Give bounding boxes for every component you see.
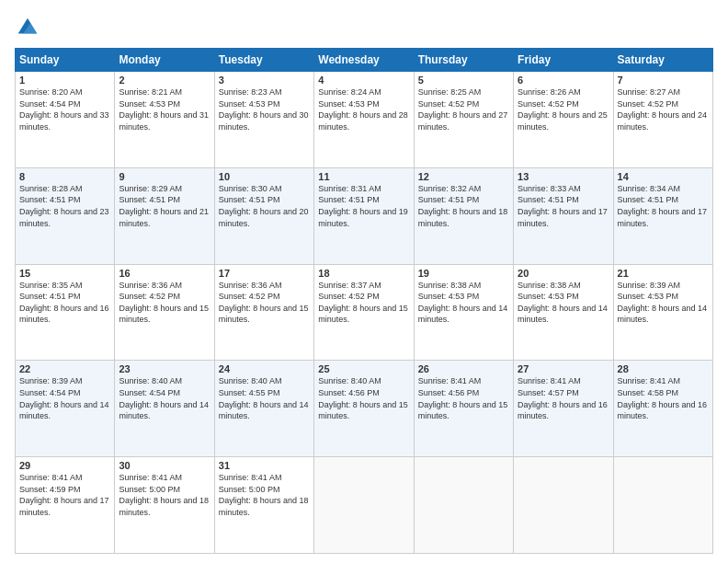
- calendar-cell: 8Sunrise: 8:28 AMSunset: 4:51 PMDaylight…: [16, 167, 115, 264]
- day-info: Sunrise: 8:41 AMSunset: 4:58 PMDaylight:…: [618, 375, 709, 421]
- day-info: Sunrise: 8:30 AMSunset: 4:51 PMDaylight:…: [219, 183, 310, 229]
- day-info: Sunrise: 8:33 AMSunset: 4:51 PMDaylight:…: [518, 183, 609, 229]
- day-number: 10: [219, 171, 310, 182]
- day-info: Sunrise: 8:23 AMSunset: 4:53 PMDaylight:…: [219, 86, 310, 132]
- day-info: Sunrise: 8:34 AMSunset: 4:51 PMDaylight:…: [618, 183, 709, 229]
- calendar-cell: [514, 457, 613, 554]
- day-number: 1: [19, 75, 110, 86]
- calendar-cell: 15Sunrise: 8:35 AMSunset: 4:51 PMDayligh…: [16, 264, 115, 361]
- day-info: Sunrise: 8:36 AMSunset: 4:52 PMDaylight:…: [119, 280, 210, 326]
- calendar-cell: 11Sunrise: 8:31 AMSunset: 4:51 PMDayligh…: [314, 167, 414, 264]
- day-info: Sunrise: 8:41 AMSunset: 4:59 PMDaylight:…: [19, 472, 110, 518]
- day-info: Sunrise: 8:41 AMSunset: 5:00 PMDaylight:…: [119, 472, 210, 518]
- calendar-cell: 1Sunrise: 8:20 AMSunset: 4:54 PMDaylight…: [16, 72, 115, 168]
- day-info: Sunrise: 8:25 AMSunset: 4:52 PMDaylight:…: [418, 86, 509, 132]
- calendar-week-3: 15Sunrise: 8:35 AMSunset: 4:51 PMDayligh…: [16, 264, 713, 361]
- calendar-cell: 6Sunrise: 8:26 AMSunset: 4:52 PMDaylight…: [514, 72, 613, 168]
- day-number: 22: [19, 363, 110, 374]
- calendar-cell: 16Sunrise: 8:36 AMSunset: 4:52 PMDayligh…: [115, 264, 214, 361]
- day-number: 19: [418, 268, 509, 279]
- day-info: Sunrise: 8:41 AMSunset: 5:00 PMDaylight:…: [219, 472, 310, 518]
- day-number: 2: [119, 75, 210, 86]
- day-number: 27: [518, 363, 609, 374]
- calendar-cell: 20Sunrise: 8:38 AMSunset: 4:53 PMDayligh…: [514, 264, 613, 361]
- day-info: Sunrise: 8:29 AMSunset: 4:51 PMDaylight:…: [119, 183, 210, 229]
- calendar-cell: 12Sunrise: 8:32 AMSunset: 4:51 PMDayligh…: [414, 167, 513, 264]
- logo: [15, 15, 44, 40]
- day-number: 28: [618, 363, 709, 374]
- calendar-cell: 7Sunrise: 8:27 AMSunset: 4:52 PMDaylight…: [613, 72, 712, 168]
- day-number: 12: [418, 171, 509, 182]
- day-number: 3: [219, 75, 310, 86]
- day-number: 21: [618, 268, 709, 279]
- day-number: 25: [318, 363, 409, 374]
- day-info: Sunrise: 8:40 AMSunset: 4:54 PMDaylight:…: [119, 375, 210, 421]
- calendar-cell: 28Sunrise: 8:41 AMSunset: 4:58 PMDayligh…: [613, 361, 712, 457]
- day-number: 29: [19, 460, 110, 471]
- day-info: Sunrise: 8:40 AMSunset: 4:55 PMDaylight:…: [219, 375, 310, 421]
- calendar-cell: 3Sunrise: 8:23 AMSunset: 4:53 PMDaylight…: [214, 72, 313, 168]
- weekday-header-tuesday: Tuesday: [214, 49, 313, 72]
- calendar-week-1: 1Sunrise: 8:20 AMSunset: 4:54 PMDaylight…: [16, 72, 713, 168]
- calendar-cell: 17Sunrise: 8:36 AMSunset: 4:52 PMDayligh…: [214, 264, 313, 361]
- day-info: Sunrise: 8:41 AMSunset: 4:56 PMDaylight:…: [418, 375, 509, 421]
- calendar-cell: 5Sunrise: 8:25 AMSunset: 4:52 PMDaylight…: [414, 72, 513, 168]
- weekday-header-saturday: Saturday: [613, 49, 712, 72]
- calendar-cell: [613, 457, 712, 554]
- weekday-header-row: SundayMondayTuesdayWednesdayThursdayFrid…: [16, 49, 713, 72]
- day-info: Sunrise: 8:24 AMSunset: 4:53 PMDaylight:…: [318, 86, 409, 132]
- calendar-cell: 23Sunrise: 8:40 AMSunset: 4:54 PMDayligh…: [115, 361, 214, 457]
- day-number: 31: [219, 460, 310, 471]
- calendar-cell: 25Sunrise: 8:40 AMSunset: 4:56 PMDayligh…: [314, 361, 414, 457]
- weekday-header-wednesday: Wednesday: [314, 49, 414, 72]
- day-info: Sunrise: 8:27 AMSunset: 4:52 PMDaylight:…: [618, 86, 709, 132]
- day-info: Sunrise: 8:26 AMSunset: 4:52 PMDaylight:…: [518, 86, 609, 132]
- day-number: 4: [318, 75, 409, 86]
- calendar-cell: 27Sunrise: 8:41 AMSunset: 4:57 PMDayligh…: [514, 361, 613, 457]
- day-number: 17: [219, 268, 310, 279]
- day-info: Sunrise: 8:35 AMSunset: 4:51 PMDaylight:…: [19, 280, 110, 326]
- calendar-cell: 19Sunrise: 8:38 AMSunset: 4:53 PMDayligh…: [414, 264, 513, 361]
- calendar-cell: 13Sunrise: 8:33 AMSunset: 4:51 PMDayligh…: [514, 167, 613, 264]
- calendar-cell: 26Sunrise: 8:41 AMSunset: 4:56 PMDayligh…: [414, 361, 513, 457]
- calendar-week-5: 29Sunrise: 8:41 AMSunset: 4:59 PMDayligh…: [16, 457, 713, 554]
- day-info: Sunrise: 8:37 AMSunset: 4:52 PMDaylight:…: [318, 280, 409, 326]
- day-number: 8: [19, 171, 110, 182]
- day-number: 11: [318, 171, 409, 182]
- weekday-header-thursday: Thursday: [414, 49, 513, 72]
- logo-icon: [15, 15, 40, 40]
- day-number: 15: [19, 268, 110, 279]
- calendar-cell: 30Sunrise: 8:41 AMSunset: 5:00 PMDayligh…: [115, 457, 214, 554]
- day-number: 13: [518, 171, 609, 182]
- day-info: Sunrise: 8:38 AMSunset: 4:53 PMDaylight:…: [418, 280, 509, 326]
- day-number: 16: [119, 268, 210, 279]
- day-number: 20: [518, 268, 609, 279]
- day-number: 18: [318, 268, 409, 279]
- day-number: 30: [119, 460, 210, 471]
- calendar-cell: 14Sunrise: 8:34 AMSunset: 4:51 PMDayligh…: [613, 167, 712, 264]
- calendar-cell: 24Sunrise: 8:40 AMSunset: 4:55 PMDayligh…: [214, 361, 313, 457]
- calendar-cell: 18Sunrise: 8:37 AMSunset: 4:52 PMDayligh…: [314, 264, 414, 361]
- header: [15, 15, 713, 40]
- day-number: 26: [418, 363, 509, 374]
- calendar-cell: 10Sunrise: 8:30 AMSunset: 4:51 PMDayligh…: [214, 167, 313, 264]
- page: SundayMondayTuesdayWednesdayThursdayFrid…: [0, 0, 728, 563]
- day-number: 6: [518, 75, 609, 86]
- calendar-table: SundayMondayTuesdayWednesdayThursdayFrid…: [15, 48, 713, 554]
- calendar-cell: 29Sunrise: 8:41 AMSunset: 4:59 PMDayligh…: [16, 457, 115, 554]
- calendar-cell: 4Sunrise: 8:24 AMSunset: 4:53 PMDaylight…: [314, 72, 414, 168]
- day-info: Sunrise: 8:39 AMSunset: 4:53 PMDaylight:…: [618, 280, 709, 326]
- calendar-cell: 2Sunrise: 8:21 AMSunset: 4:53 PMDaylight…: [115, 72, 214, 168]
- day-info: Sunrise: 8:32 AMSunset: 4:51 PMDaylight:…: [418, 183, 509, 229]
- day-number: 5: [418, 75, 509, 86]
- day-number: 24: [219, 363, 310, 374]
- calendar-cell: [414, 457, 513, 554]
- day-info: Sunrise: 8:40 AMSunset: 4:56 PMDaylight:…: [318, 375, 409, 421]
- day-number: 9: [119, 171, 210, 182]
- day-info: Sunrise: 8:39 AMSunset: 4:54 PMDaylight:…: [19, 375, 110, 421]
- day-number: 14: [618, 171, 709, 182]
- day-info: Sunrise: 8:38 AMSunset: 4:53 PMDaylight:…: [518, 280, 609, 326]
- day-info: Sunrise: 8:20 AMSunset: 4:54 PMDaylight:…: [19, 86, 110, 132]
- calendar-cell: 21Sunrise: 8:39 AMSunset: 4:53 PMDayligh…: [613, 264, 712, 361]
- day-number: 23: [119, 363, 210, 374]
